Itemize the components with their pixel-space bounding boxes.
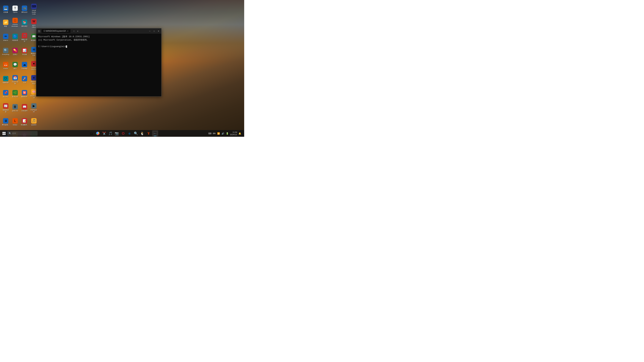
taskbar-youdao-tb[interactable]: Y (146, 130, 152, 136)
tray-sound[interactable]: 🔊 (221, 132, 224, 135)
desktop-icon-everything[interactable]: 🔍Everything (1, 45, 10, 58)
desktop-icon-label-weixin: 微信 (14, 68, 16, 69)
cmd-tab[interactable]: C:\WINDOWS\system32\ ✕ (42, 29, 70, 33)
desktop-icon-baiduwangpan[interactable]: ☁百度网盘 (20, 59, 29, 72)
desktop-icon-img-tengxunketang: 📚 (22, 19, 27, 25)
desktop-icon-drawio[interactable]: ✏draw.io (1, 31, 10, 44)
start-button[interactable] (1, 131, 7, 136)
desktop-icon-img-youdao2: 📝 (22, 118, 27, 123)
cmd-content: Microsoft Windows [版本 10.0.22631.2861] (… (36, 34, 161, 96)
desktop-icon-yingxiangheli[interactable]: 🌿影享合利 (11, 87, 20, 100)
desktop-icon-label-jinshan: 金山办公 (3, 96, 9, 98)
desktop-icon-img-potplayer: ▶ (31, 103, 36, 109)
desktop-icon-lestary[interactable]: Llestary (11, 115, 20, 129)
cmd-window-icon: ⬛ (38, 30, 40, 32)
desktop-icon-label-everything: Everything (2, 54, 10, 55)
desktop-icon-img-tengxunzhuomian: 🖥 (3, 118, 8, 123)
taskbar-music[interactable]: 🎵 (108, 130, 114, 136)
desktop-icon-label-netease: 网易云音乐 (21, 39, 28, 42)
taskbar-search-container[interactable]: 🔍 (8, 131, 38, 136)
desktop-icon-fubaoyuedu[interactable]: 📰福报阅读器 (1, 101, 10, 115)
desktop-icon-tongji[interactable]: 📊同花顺 (20, 45, 29, 58)
desktop-icon-img-baiduwangpan: ☁ (22, 62, 27, 67)
cmd-dropdown-btn[interactable]: ∨ (76, 29, 79, 32)
desktop-icon-img-weixin: 💬 (12, 62, 18, 67)
cmd-prompt[interactable]: C:\Users\liuguanglei> (38, 45, 159, 48)
desktop-icon-weixin[interactable]: 💬微信 (11, 59, 20, 72)
taskbar-apps: 🗂 ✂️ 🎵 📷 O e 🔍 🐧 Y (38, 130, 208, 136)
desktop-icon-label-fubaoyuedu: 福报阅读器 (2, 109, 10, 113)
desktop-icon-label-riqijihua: 日记/计划制 (12, 81, 19, 85)
taskbar-file-explorer[interactable]: 🗂 (88, 130, 94, 136)
clock-time: 11:04 (230, 131, 237, 133)
taskbar-clock[interactable]: 11:04 2024/1/2 (230, 131, 237, 136)
desktop-icon-potplayer[interactable]: ▶PotPlayer 64 (30, 101, 38, 115)
taskbar-scissors[interactable]: ✂️ (101, 130, 107, 136)
desktop-icon-pinkangyun[interactable]: 💊品康云 (11, 45, 20, 58)
desktop-icon-geekexe[interactable]: 🗑geek.exe (11, 101, 20, 115)
desktop-icon-label-firefox: Firefox (3, 68, 8, 69)
desktop-icon-firefox[interactable]: 🦊Firefox (1, 59, 10, 72)
desktop: 💻此电脑TTypora📹腾讯会议⌨Visual Studio Code📁网盘□V… (0, 0, 244, 137)
desktop-icon-tengxunketang[interactable]: 📚腾讯课堂 (20, 17, 29, 30)
tray-battery[interactable]: 🔋 (226, 132, 229, 135)
desktop-icon-label-youdao2: 有道翻译... (21, 124, 28, 126)
desktop-icon-label-geekexe: geek.exe (12, 110, 18, 112)
cmd-maximize-btn[interactable]: □ (152, 29, 156, 32)
taskbar-opera[interactable]: O (120, 130, 126, 136)
desktop-icon-qqyinyue[interactable]: 🎵QQ音乐 (30, 115, 38, 129)
desktop-icon-typora[interactable]: TTypora (11, 3, 20, 16)
desktop-icon-ci-diannaocheng[interactable]: 💻此电脑 (1, 3, 10, 16)
desktop-icon-youdao2[interactable]: 📝有道翻译... (20, 115, 29, 129)
tray-wifi[interactable]: 📶 (217, 132, 220, 135)
taskbar-cmd[interactable]: C:\ (152, 130, 158, 136)
cmd-close-btn[interactable]: ✕ (157, 29, 160, 32)
desktop-icon-label-tengxunzhuomian: 腾讯桌面... (2, 124, 10, 126)
taskbar-edge[interactable]: e (126, 130, 133, 136)
desktop-icon-tengxunzhuomian[interactable]: 🖥腾讯桌面... (1, 115, 10, 129)
svg-text:C:\: C:\ (154, 132, 156, 134)
desktop-icon-jinshan[interactable]: 📌金山办公 (1, 87, 10, 100)
desktop-icon-img-diannao-guanjia: 🛡 (3, 76, 8, 81)
taskbar-qqapp[interactable]: 🐧 (139, 130, 146, 136)
desktop-icon-riqijihua[interactable]: 📅日记/计划制 (11, 73, 20, 86)
desktop-icon-img-yingxiangheli: 🌿 (12, 90, 18, 95)
desktop-icon-img-drawio: ✏ (3, 34, 8, 39)
desktop-icon-img-jinshan: 📌 (3, 90, 8, 95)
taskbar-chrome[interactable] (95, 130, 101, 136)
desktop-icon-label-qqyinyue: QQ音乐 (31, 124, 36, 126)
taskbar-search-input[interactable] (8, 131, 38, 136)
desktop-icon-jingdong[interactable]: 📖京东读书 (20, 101, 29, 115)
desktop-icon-label-vscode: Visual Studio Code (30, 9, 38, 15)
cmd-line3 (38, 41, 159, 45)
desktop-icon-label-wpsoffice: WPS Office (30, 25, 38, 28)
desktop-icon-tengxunhuiyi[interactable]: 📹腾讯会议 (20, 3, 29, 16)
cmd-minimize-btn[interactable]: ─ (148, 29, 151, 32)
desktop-icon-label-potplayer: PotPlayer 64 (30, 109, 38, 113)
desktop-icon-img-fanyi2: 🈲 (22, 90, 27, 95)
desktop-icon-heyingzhuli[interactable]: 🔵河影助理 (11, 31, 20, 44)
desktop-icon-label-tengxunhuiyi: 腾讯会议 (22, 11, 28, 13)
taskbar-search2[interactable]: 🔍 (133, 130, 139, 136)
desktop-icon-img-heyingzhuli: 🔵 (12, 34, 18, 39)
desktop-icon-fanyi2[interactable]: 🈲翻译软件 (20, 87, 29, 100)
tray-keyboard[interactable]: ⌨ (208, 132, 212, 135)
desktop-icon-img-lestary: L (12, 118, 18, 123)
tray-lang[interactable]: EN (212, 132, 216, 135)
desktop-icon-feishu[interactable]: 🚀飞书 (20, 73, 29, 86)
desktop-icon-diannao-guanjia[interactable]: 🛡电脑管家 (1, 73, 10, 86)
taskbar-camera[interactable]: 📷 (114, 130, 120, 136)
desktop-icon-wangpan[interactable]: 📁网盘 (1, 17, 10, 30)
cmd-tab-close[interactable]: ✕ (67, 30, 68, 32)
desktop-icon-netease[interactable]: 🎵网易云音乐 (20, 31, 29, 44)
cmd-titlebar: ⬛ C:\WINDOWS\system32\ ✕ + ∨ ─ □ ✕ (36, 28, 161, 34)
cmd-new-tab-btn[interactable]: + (72, 29, 76, 32)
desktop-icon-vscode[interactable]: ⌨Visual Studio Code (30, 3, 38, 16)
desktop-icon-img-everything: 🔍 (3, 48, 8, 53)
desktop-icon-img-pinkangyun: 💊 (12, 48, 18, 53)
desktop-icon-label-tengxunketang: 腾讯课堂 (22, 25, 28, 27)
desktop-icon-vmware[interactable]: □VMware Workstati... (11, 17, 20, 30)
tray-notifications[interactable]: 🔔 (238, 132, 242, 135)
desktop-icon-img-youdao: 📖 (31, 34, 36, 39)
desktop-icon-img-feishu: 🚀 (22, 76, 27, 81)
